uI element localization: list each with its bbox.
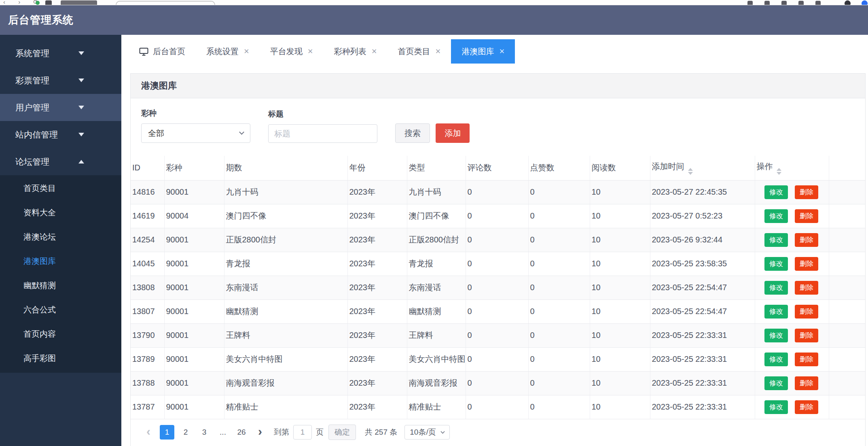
delete-button[interactable]: 删除 xyxy=(795,281,818,295)
sidebar-submenu-item[interactable]: 幽默猜测 xyxy=(0,273,121,297)
cell-time: 2023-05-25 22:54:47 xyxy=(650,276,755,299)
close-icon[interactable]: × xyxy=(244,47,249,56)
sidebar-menu-item[interactable]: 用户管理 xyxy=(0,94,121,121)
prev-page-button[interactable]: ‹ xyxy=(141,425,156,440)
edit-button[interactable]: 修改 xyxy=(764,233,788,247)
sidebar: 系统管理 彩票管理 用户管理 站内信管理 xyxy=(0,35,121,446)
lottery-select[interactable]: 全部 xyxy=(141,123,250,143)
sidebar-submenu-item[interactable]: 港澳论坛 xyxy=(0,225,121,249)
sidebar-submenu-label: 港澳图库 xyxy=(23,256,56,267)
table-row: 13790 90001 王牌料 2023年 王牌料 0 0 10 2023-05… xyxy=(131,323,865,347)
page-number-button[interactable]: 1 xyxy=(160,425,174,440)
edit-button[interactable]: 修改 xyxy=(764,257,788,271)
browser-toolbar-icon[interactable] xyxy=(764,1,770,5)
delete-button[interactable]: 删除 xyxy=(795,353,818,366)
page-number-button[interactable]: 2 xyxy=(178,425,193,440)
edit-button[interactable]: 修改 xyxy=(764,281,788,295)
delete-button[interactable]: 删除 xyxy=(795,376,818,390)
page-number-button[interactable]: 3 xyxy=(197,425,212,440)
tab[interactable]: 系统设置 × xyxy=(196,39,260,64)
sort-icon[interactable] xyxy=(777,168,781,175)
tab[interactable]: 首页类目 × xyxy=(387,39,451,64)
delete-button[interactable]: 删除 xyxy=(795,257,818,271)
tab[interactable]: 彩种列表 × xyxy=(324,39,387,64)
table-row: 14619 90004 澳门四不像 2023年 澳门四不像 0 0 10 202… xyxy=(131,204,865,228)
chevron-down-icon xyxy=(239,130,244,135)
sidebar-submenu-item[interactable]: 六合公式 xyxy=(0,297,121,322)
sidebar-submenu-item[interactable]: 高手彩图 xyxy=(0,346,121,370)
cell-id: 14045 xyxy=(131,252,164,276)
delete-button[interactable]: 删除 xyxy=(795,400,818,414)
sidebar-menu-label: 论坛管理 xyxy=(15,156,49,168)
tab[interactable]: 平台发现 × xyxy=(260,39,324,64)
page-size-select[interactable]: 10条/页 xyxy=(404,425,449,440)
goto-confirm-button[interactable]: 确定 xyxy=(328,425,356,440)
table-body: 14816 90001 九肖十码 2023年 九肖十码 0 0 10 2023-… xyxy=(131,180,865,419)
edit-button[interactable]: 修改 xyxy=(764,329,788,342)
title-input[interactable] xyxy=(268,124,377,143)
sidebar-menu-item[interactable]: 站内信管理 xyxy=(0,121,121,148)
screen: ‹ › ⟳ 后台管理系统 系统管理 xyxy=(0,0,868,446)
close-icon[interactable]: × xyxy=(499,47,504,56)
delete-button[interactable]: 删除 xyxy=(795,209,818,223)
tab-label: 彩种列表 xyxy=(334,46,366,57)
delete-button[interactable]: 删除 xyxy=(795,233,818,247)
cell-time: 2023-05-25 22:33:31 xyxy=(650,395,755,419)
close-icon[interactable]: × xyxy=(308,47,313,56)
cell-time: 2023-05-25 22:33:31 xyxy=(650,347,755,371)
sidebar-menu-label: 系统管理 xyxy=(15,48,49,59)
browser-toolbar-icon[interactable] xyxy=(747,1,753,5)
column-header-actions[interactable]: 操作 xyxy=(755,156,829,180)
column-header-time[interactable]: 添加时间 xyxy=(650,156,755,180)
browser-chrome: ‹ › ⟳ xyxy=(0,0,868,5)
page-number-button[interactable]: 26 xyxy=(234,425,249,440)
close-icon[interactable]: × xyxy=(436,47,441,56)
page-size-value: 10条/页 xyxy=(410,427,436,438)
browser-avatar[interactable] xyxy=(862,0,868,5)
tab[interactable]: 后台首页 xyxy=(129,39,196,64)
next-page-button[interactable]: › xyxy=(253,425,267,440)
sidebar-menu-item[interactable]: 彩票管理 xyxy=(0,67,121,94)
sidebar-menu-item[interactable]: 论坛管理 xyxy=(0,148,121,175)
edit-button[interactable]: 修改 xyxy=(764,353,788,366)
bookmark-label[interactable] xyxy=(61,0,97,5)
edit-button[interactable]: 修改 xyxy=(764,185,788,199)
cell-reads: 10 xyxy=(590,347,650,371)
add-button[interactable]: 添加 xyxy=(436,123,470,143)
cell-lottery: 90001 xyxy=(164,276,224,299)
edit-button[interactable]: 修改 xyxy=(764,376,788,390)
browser-toolbar-icon[interactable] xyxy=(781,1,787,5)
search-button[interactable]: 搜索 xyxy=(395,123,430,143)
sidebar-submenu-item[interactable]: 首页类目 xyxy=(0,176,121,200)
sort-icon[interactable] xyxy=(688,168,693,175)
edit-button[interactable]: 修改 xyxy=(764,209,788,223)
page-number-button[interactable]: ... xyxy=(216,425,230,440)
table-row: 13789 90001 美女六肖中特图 2023年 美女六肖中特图 0 0 10… xyxy=(131,347,865,371)
cell-type: 九肖十码 xyxy=(407,180,466,204)
sidebar-submenu-item[interactable]: 首页内容 xyxy=(0,322,121,346)
table-row: 14045 90001 青龙报 2023年 青龙报 0 0 10 2023-05… xyxy=(131,252,865,276)
browser-avatar[interactable] xyxy=(845,0,851,5)
close-icon[interactable]: × xyxy=(372,47,377,56)
delete-button[interactable]: 删除 xyxy=(795,305,818,319)
sidebar-submenu-item[interactable]: 资料大全 xyxy=(0,200,121,225)
cell-reads: 10 xyxy=(590,276,650,299)
tab[interactable]: 港澳图库 × xyxy=(451,39,515,64)
delete-button[interactable]: 删除 xyxy=(795,185,818,199)
cell-reads: 10 xyxy=(590,371,650,395)
cell-year: 2023年 xyxy=(347,323,407,347)
browser-toolbar-icon[interactable] xyxy=(815,1,821,5)
goto-page-input[interactable] xyxy=(293,425,312,440)
sidebar-menu-label: 站内信管理 xyxy=(15,129,58,140)
sidebar-submenu-item[interactable]: 港澳图库 xyxy=(0,249,121,273)
address-bar[interactable] xyxy=(116,1,215,5)
browser-toolbar-icon[interactable] xyxy=(798,1,804,5)
cell-actions: 修改 删除 xyxy=(755,347,829,371)
edit-button[interactable]: 修改 xyxy=(764,305,788,319)
sidebar-menu-item[interactable]: 系统管理 xyxy=(0,40,121,67)
sidebar-submenu-label: 首页内容 xyxy=(23,329,56,340)
edit-button[interactable]: 修改 xyxy=(764,400,788,414)
cell-likes: 0 xyxy=(528,276,590,299)
bookmark-icon[interactable] xyxy=(45,0,52,5)
delete-button[interactable]: 删除 xyxy=(795,329,818,342)
